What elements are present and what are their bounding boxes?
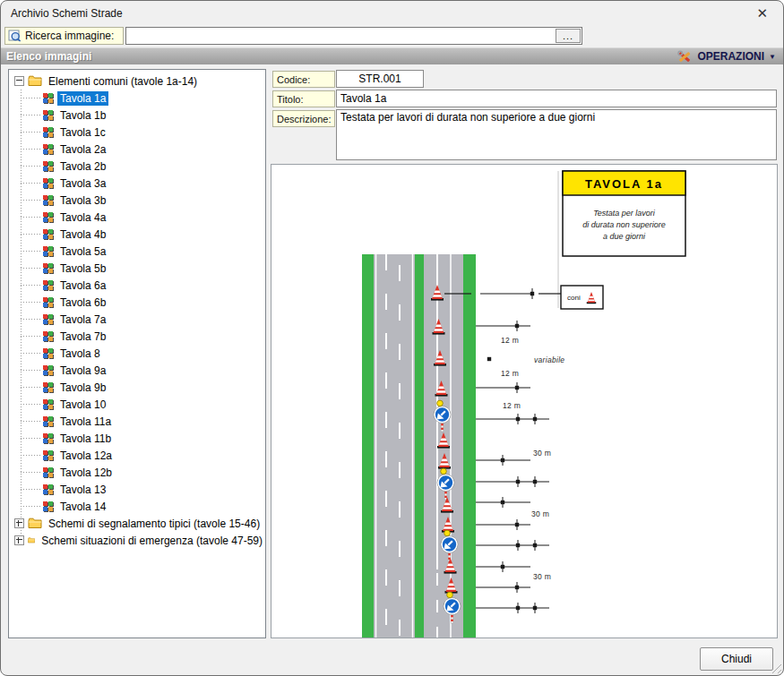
dimension-labels: 12 mvariabile12 m12 m30 m30 m30 m xyxy=(501,336,564,581)
tree-item-label: Tavola 14 xyxy=(57,500,108,514)
tree-item-tavola-1a[interactable]: Tavola 1a xyxy=(43,90,265,107)
close-icon[interactable]: ✕ xyxy=(753,5,771,21)
image-tiles-icon xyxy=(43,382,53,392)
tree-item-tavola-7a[interactable]: Tavola 7a xyxy=(43,311,265,328)
tools-icon xyxy=(677,50,693,64)
dimension-label: variabile xyxy=(534,355,564,364)
tree-item-tavola-7b[interactable]: Tavola 7b xyxy=(43,328,265,345)
tree-item-label: Tavola 3b xyxy=(57,193,108,208)
tree-item-label: Tavola 12a xyxy=(57,449,115,463)
tree-root-elementi-comuni[interactable]: Elementi comuni (tavole 1a-14) xyxy=(9,73,265,90)
image-tiles-icon xyxy=(43,365,53,375)
tree-item-tavola-8[interactable]: Tavola 8 xyxy=(43,345,265,362)
image-tiles-icon xyxy=(43,161,53,171)
image-tiles-icon xyxy=(43,280,53,290)
tree-item-tavola-6a[interactable]: Tavola 6a xyxy=(43,277,265,294)
sheet-subtitle-line: a due giorni xyxy=(603,232,646,241)
tree-item-tavola-1c[interactable]: Tavola 1c xyxy=(43,124,265,141)
codice-field[interactable] xyxy=(336,70,424,88)
tree-item-label: Tavola 6b xyxy=(57,295,108,310)
tree-item-label: Tavola 12b xyxy=(57,466,115,480)
tree-item-tavola-5a[interactable]: Tavola 5a xyxy=(43,243,265,260)
tree-item-tavola-9a[interactable]: Tavola 9a xyxy=(43,362,265,379)
collapse-icon[interactable] xyxy=(14,76,24,86)
dimension-label: 30 m xyxy=(531,509,549,518)
tree-item-label: Tavola 13 xyxy=(57,483,108,497)
tree-item-tavola-9b[interactable]: Tavola 9b xyxy=(43,379,265,396)
tree-root-label: Elementi comuni (tavole 1a-14) xyxy=(46,74,200,89)
tree-item-label: Tavola 2a xyxy=(57,142,108,157)
chiudi-button[interactable]: Chiudi xyxy=(700,647,773,671)
descrizione-field[interactable]: Testata per lavori di durata non superio… xyxy=(336,109,777,160)
image-tiles-icon xyxy=(43,212,53,222)
tree-item-tavola-2b[interactable]: Tavola 2b xyxy=(43,158,265,175)
image-tiles-icon xyxy=(43,433,53,443)
tree-group-label: Schemi situazioni di emergenza (tavole 4… xyxy=(39,534,265,548)
tree-item-label: Tavola 10 xyxy=(57,398,108,412)
search-input[interactable] xyxy=(125,27,582,45)
dimension-label: 12 m xyxy=(501,369,519,378)
tree-item-label: Tavola 7b xyxy=(57,329,108,344)
tree-item-label: Tavola 11b xyxy=(57,432,114,446)
image-preview-panel: 12 mvariabile12 m12 m30 m30 m30 m coni T… xyxy=(271,164,778,638)
tree-item-label: Tavola 4b xyxy=(57,227,108,242)
tree-item-tavola-5b[interactable]: Tavola 5b xyxy=(43,260,265,277)
dimension-label: 12 m xyxy=(501,336,519,345)
image-tiles-icon xyxy=(43,229,53,239)
image-tiles-icon xyxy=(43,127,53,137)
image-tiles-icon xyxy=(43,314,53,324)
image-tiles-icon xyxy=(43,93,53,103)
tree-item-tavola-1b[interactable]: Tavola 1b xyxy=(43,107,265,124)
tree-group-label: Schemi di segnalamento tipici (tavole 15… xyxy=(46,517,263,531)
tree-item-label: Tavola 1b xyxy=(57,108,108,123)
browse-button[interactable]: ... xyxy=(556,29,581,43)
tree-item-label: Tavola 1a xyxy=(57,91,108,106)
tree-item-label: Tavola 5a xyxy=(57,244,108,259)
tree-item-label: Tavola 4a xyxy=(57,210,108,225)
tree-item-tavola-11b[interactable]: Tavola 11b xyxy=(43,430,265,447)
image-tiles-icon xyxy=(43,110,53,120)
image-tiles-icon xyxy=(43,399,53,409)
tree-item-tavola-12b[interactable]: Tavola 12b xyxy=(43,464,265,481)
tree-item-label: Tavola 1c xyxy=(57,125,108,140)
tree-item-tavola-12a[interactable]: Tavola 12a xyxy=(43,447,265,464)
tree-item-tavola-11a[interactable]: Tavola 11a xyxy=(43,413,265,430)
operations-menu-button[interactable]: OPERAZIONI ▼ xyxy=(677,50,776,64)
tree-group-segnalamento[interactable]: Schemi di segnalamento tipici (tavole 15… xyxy=(9,515,265,532)
operations-label: OPERAZIONI xyxy=(697,50,764,63)
image-tiles-icon xyxy=(43,331,53,341)
sheet-subtitle-line: Testata per lavori xyxy=(593,209,656,218)
tree-item-label: Tavola 6a xyxy=(57,278,108,293)
image-tiles-icon xyxy=(43,484,53,494)
tree-item-label: Tavola 11a xyxy=(57,415,114,429)
tree-item-tavola-14[interactable]: Tavola 14 xyxy=(43,498,265,515)
search-label-text: Ricerca immagine: xyxy=(25,30,114,42)
expand-icon[interactable] xyxy=(14,535,24,545)
tree-item-tavola-3b[interactable]: Tavola 3b xyxy=(43,192,265,209)
folder-icon xyxy=(28,75,42,87)
search-icon xyxy=(8,30,22,42)
tree-children: Tavola 1aTavola 1bTavola 1cTavola 2aTavo… xyxy=(43,90,265,515)
title-bar: Archivio Schemi Strade ✕ xyxy=(1,1,783,26)
tree-item-tavola-3a[interactable]: Tavola 3a xyxy=(43,175,265,192)
image-tiles-icon xyxy=(43,450,53,460)
tree-item-label: Tavola 5b xyxy=(57,261,108,276)
image-tiles-icon xyxy=(43,467,53,477)
titolo-field[interactable] xyxy=(336,90,777,107)
tree-item-tavola-2a[interactable]: Tavola 2a xyxy=(43,141,265,158)
road-scheme-drawing: 12 mvariabile12 m12 m30 m30 m30 m coni T… xyxy=(271,165,777,637)
tree-item-tavola-4b[interactable]: Tavola 4b xyxy=(43,226,265,243)
image-tiles-icon xyxy=(43,246,53,256)
tree-item-tavola-10[interactable]: Tavola 10 xyxy=(43,396,265,413)
tree-item-tavola-6b[interactable]: Tavola 6b xyxy=(43,294,265,311)
image-tiles-icon xyxy=(43,416,53,426)
tree-item-tavola-4a[interactable]: Tavola 4a xyxy=(43,209,265,226)
tree-group-emergenza[interactable]: Schemi situazioni di emergenza (tavole 4… xyxy=(9,532,265,549)
titolo-label: Titolo: xyxy=(272,90,335,107)
image-tiles-icon xyxy=(43,348,53,358)
expand-icon[interactable] xyxy=(14,518,24,528)
image-tiles-icon xyxy=(43,178,53,188)
sheet-title: TAVOLA 1a xyxy=(585,177,663,191)
tree-item-tavola-13[interactable]: Tavola 13 xyxy=(43,481,265,498)
dimension-label: 12 m xyxy=(503,401,521,410)
